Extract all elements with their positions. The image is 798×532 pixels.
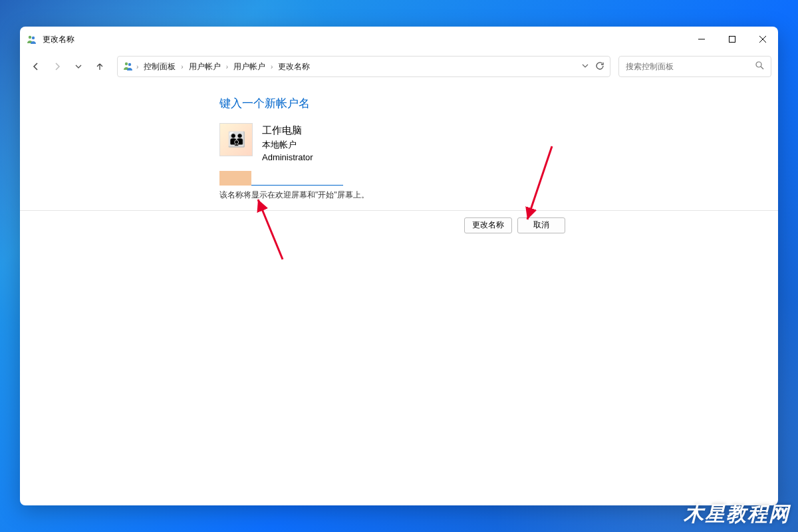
redacted-block xyxy=(219,171,251,186)
content-area: 键入一个新帐户名 👪 工作电脑 本地帐户 Administrator 该名称将显… xyxy=(20,81,778,505)
button-row: 更改名称 取消 xyxy=(219,211,765,233)
chevron-down-icon[interactable] xyxy=(582,62,589,71)
titlebar: 更改名称 xyxy=(20,27,778,52)
forward-button[interactable] xyxy=(48,57,66,76)
control-panel-window: 更改名称 › xyxy=(20,27,778,505)
svg-point-0 xyxy=(29,36,31,39)
minimize-button[interactable] xyxy=(686,29,717,50)
recent-dropdown-button[interactable] xyxy=(69,57,88,76)
chevron-right-icon: › xyxy=(271,63,273,70)
users-icon xyxy=(123,61,134,73)
navigation-bar: › 控制面板 › 用户帐户 › 用户帐户 › 更改名称 xyxy=(20,52,778,81)
window-title: 更改名称 xyxy=(43,34,686,45)
search-input[interactable] xyxy=(626,62,755,71)
name-input-row xyxy=(219,171,765,186)
page-heading: 键入一个新帐户名 xyxy=(219,96,765,111)
svg-line-9 xyxy=(761,66,763,69)
user-summary: 👪 工作电脑 本地帐户 Administrator xyxy=(219,123,765,164)
avatar: 👪 xyxy=(219,123,253,156)
users-icon xyxy=(27,34,37,45)
svg-point-7 xyxy=(128,63,131,65)
user-account-type: 本地帐户 xyxy=(262,138,313,152)
cancel-button[interactable]: 取消 xyxy=(517,217,565,233)
address-bar[interactable]: › 控制面板 › 用户帐户 › 用户帐户 › 更改名称 xyxy=(117,56,610,77)
chevron-right-icon: › xyxy=(181,63,183,70)
user-role: Administrator xyxy=(262,151,313,164)
svg-point-1 xyxy=(32,37,35,39)
maximize-button[interactable] xyxy=(717,29,747,50)
breadcrumb-change-name[interactable]: 更改名称 xyxy=(275,60,313,74)
close-button[interactable] xyxy=(747,29,778,50)
watermark: 木星教程网 xyxy=(684,501,790,528)
window-controls xyxy=(686,29,778,50)
breadcrumb-user-accounts[interactable]: 用户帐户 xyxy=(186,60,223,74)
breadcrumb-user-accounts-2[interactable]: 用户帐户 xyxy=(231,60,268,74)
hint-text: 该名称将显示在欢迎屏幕和"开始"屏幕上。 xyxy=(219,190,765,201)
user-display-name: 工作电脑 xyxy=(262,123,313,138)
search-icon[interactable] xyxy=(755,61,764,72)
chevron-right-icon: › xyxy=(136,63,138,70)
breadcrumb-control-panel[interactable]: 控制面板 xyxy=(141,60,178,74)
up-button[interactable] xyxy=(90,57,109,76)
svg-point-6 xyxy=(125,62,128,65)
new-name-input[interactable] xyxy=(251,171,343,186)
svg-point-8 xyxy=(756,62,761,67)
search-box[interactable] xyxy=(618,56,771,77)
change-name-button[interactable]: 更改名称 xyxy=(464,217,512,233)
refresh-button[interactable] xyxy=(595,61,604,72)
svg-rect-3 xyxy=(730,37,735,43)
user-info: 工作电脑 本地帐户 Administrator xyxy=(262,123,313,164)
back-button[interactable] xyxy=(27,57,45,76)
chevron-right-icon: › xyxy=(226,63,228,70)
